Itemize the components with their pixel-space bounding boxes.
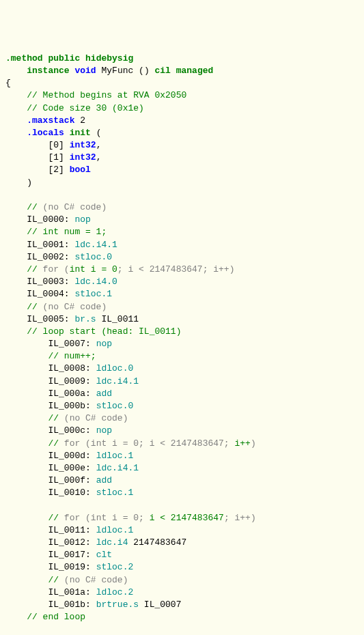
opcode-nop-1: nop bbox=[96, 339, 112, 349]
target-0011: IL_0011 bbox=[96, 314, 139, 324]
comment-for2-ipp: i++ bbox=[234, 438, 250, 449]
local-2: [2] bool bbox=[5, 165, 91, 175]
line-31: IL_000d: ldloc.1 bbox=[5, 451, 133, 461]
line-14: IL_0001: ldc.i4.1 bbox=[5, 240, 117, 250]
line-20: IL_0005: br.s IL_0011 bbox=[5, 314, 139, 324]
brace-open: { bbox=[5, 78, 11, 88]
target-0007: IL_0007 bbox=[139, 599, 181, 610]
keyword-hidebysig: hidebysig bbox=[85, 53, 133, 63]
comma-1: , bbox=[96, 152, 102, 163]
line-locals: .locals init ( bbox=[5, 128, 101, 138]
comment-nocs-40: (no C# code) bbox=[64, 575, 128, 585]
line-17: IL_0003: ldc.i4.0 bbox=[5, 277, 117, 287]
local-1: [1] int32, bbox=[5, 152, 101, 163]
line-40: // (no C# code) bbox=[5, 575, 128, 585]
label-000e: IL_000e: bbox=[5, 463, 96, 473]
opcode-stloc0-1: stloc.0 bbox=[96, 401, 134, 411]
label-000c: IL_000c: bbox=[5, 425, 96, 436]
comment-for-init: int i = 0 bbox=[70, 264, 117, 274]
opcode-stloc1-0: stloc.1 bbox=[74, 289, 112, 299]
comment-numpp: // num++; bbox=[5, 351, 96, 361]
opcode-clt: clt bbox=[96, 550, 112, 560]
opcode-brs: br.s bbox=[74, 314, 96, 324]
keyword-cil: cil bbox=[155, 66, 171, 76]
opcode-ldloc2: ldloc.2 bbox=[96, 587, 134, 597]
keyword-public: public bbox=[48, 53, 80, 63]
label-0012: IL_0012: bbox=[5, 537, 96, 548]
comment-loopstart: // loop start (head: IL_0011) bbox=[5, 326, 181, 337]
opcode-nop-0: nop bbox=[74, 214, 90, 225]
opcode-stloc2: stloc.2 bbox=[96, 562, 134, 572]
label-0011: IL_0011: bbox=[5, 525, 96, 535]
line-33: IL_000f: add bbox=[5, 475, 112, 485]
comment-for-rest: ; i < 2147483647; i++) bbox=[117, 264, 235, 274]
label-0008: IL_0008: bbox=[5, 363, 96, 373]
opcode-ldci41-0: ldc.i4.1 bbox=[74, 240, 117, 250]
comment-nocs-11: (no C# code) bbox=[43, 202, 107, 212]
directive-locals: .locals bbox=[27, 128, 64, 138]
label-0001: IL_0001: bbox=[5, 240, 74, 250]
comment-for2-a: for (int i = 0; i < 2147483647; bbox=[64, 438, 235, 449]
line-41: IL_001a: ldloc.2 bbox=[5, 587, 133, 597]
label-000a: IL_000a: bbox=[5, 389, 96, 399]
local-index-2: [2] bbox=[5, 165, 70, 175]
opcode-ldci41-1: ldc.i4.1 bbox=[96, 376, 139, 386]
line-35: // for (int i = 0; i < 2147483647; i++) bbox=[5, 513, 256, 523]
keyword-instance: instance bbox=[27, 66, 69, 76]
opcode-stloc0-0: stloc.0 bbox=[74, 252, 112, 262]
comment-nocs-28: (no C# code) bbox=[64, 413, 128, 423]
comment-prefix-30: // bbox=[5, 438, 64, 449]
line-42: IL_001b: brtrue.s IL_0007 bbox=[5, 599, 181, 610]
local-index-1: [1] bbox=[5, 152, 70, 163]
opcode-nop-2: nop bbox=[96, 425, 112, 436]
label-0010: IL_0010: bbox=[5, 488, 96, 498]
line-39: IL_0019: stloc.2 bbox=[5, 562, 133, 572]
comment-nocs-19: (no C# code) bbox=[43, 302, 107, 312]
line-maxstack: .maxstack 2 bbox=[5, 115, 85, 126]
comment-codesize: // Code size 30 (0x1e) bbox=[5, 103, 144, 113]
line-11: // (no C# code) bbox=[5, 202, 107, 212]
opcode-ldloc1-1: ldloc.1 bbox=[96, 525, 134, 535]
line-24: IL_0008: ldloc.0 bbox=[5, 363, 133, 373]
line-22: IL_0007: nop bbox=[5, 339, 112, 349]
label-0002: IL_0002: bbox=[5, 252, 74, 262]
type-int32-0: int32 bbox=[70, 140, 96, 150]
line-26: IL_000a: add bbox=[5, 389, 112, 399]
comment-prefix-40: // bbox=[5, 575, 64, 585]
label-001a: IL_001a: bbox=[5, 587, 96, 597]
keyword-managed: managed bbox=[176, 66, 214, 76]
paren-close: ) bbox=[5, 178, 32, 188]
paren-open: ( bbox=[91, 128, 102, 138]
label-0017: IL_0017: bbox=[5, 550, 96, 560]
line-30: // for (int i = 0; i < 2147483647; i++) bbox=[5, 438, 256, 449]
opcode-add-1: add bbox=[96, 475, 112, 485]
keyword-init: init bbox=[70, 128, 91, 138]
label-001b: IL_001b: bbox=[5, 599, 96, 610]
local-index-0: [0] bbox=[5, 140, 70, 150]
line-15: IL_0002: stloc.0 bbox=[5, 252, 112, 262]
line-0: .method public hidebysig bbox=[5, 53, 133, 63]
opcode-ldloc0: ldloc.0 bbox=[96, 363, 134, 373]
label-000d: IL_000d: bbox=[5, 451, 96, 461]
maxstack-value: 2 bbox=[74, 115, 85, 126]
line-12: IL_0000: nop bbox=[5, 214, 91, 225]
line-29: IL_000c: nop bbox=[5, 425, 112, 436]
label-0000: IL_0000: bbox=[5, 214, 74, 225]
label-000b: IL_000b: bbox=[5, 401, 96, 411]
type-bool: bool bbox=[70, 165, 91, 175]
line-32: IL_000e: ldc.i4.1 bbox=[5, 463, 139, 473]
opcode-brtrues: brtrue.s bbox=[96, 599, 139, 610]
method-name: MyFunc () bbox=[96, 66, 155, 76]
comment-prefix-11: // bbox=[5, 202, 43, 212]
opcode-ldloc1-0: ldloc.1 bbox=[96, 451, 134, 461]
line-25: IL_0009: ldc.i4.1 bbox=[5, 376, 139, 386]
comment-endloop: // end loop bbox=[5, 612, 85, 622]
comment-intnum: // int num = 1; bbox=[5, 227, 107, 237]
label-0003: IL_0003: bbox=[5, 277, 74, 287]
opcode-stloc1-1: stloc.1 bbox=[96, 488, 134, 498]
comment-rva: // Method begins at RVA 0x2050 bbox=[5, 90, 186, 100]
comment-for3-a: for (int i = 0; bbox=[64, 513, 150, 523]
line-18: IL_0004: stloc.1 bbox=[5, 289, 112, 299]
comment-prefix-28: // bbox=[5, 413, 64, 423]
line-37: IL_0012: ldc.i4 2147483647 bbox=[5, 537, 186, 548]
